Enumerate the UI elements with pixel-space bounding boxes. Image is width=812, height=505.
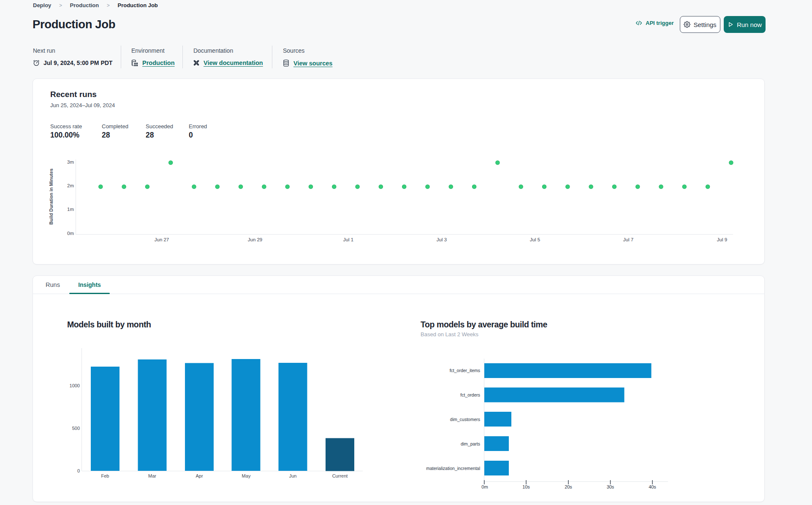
svg-text:materialization_incremental: materialization_incremental	[426, 466, 480, 471]
svg-text:Current: Current	[332, 473, 348, 478]
svg-text:dim_parts: dim_parts	[461, 441, 480, 446]
svg-text:Jul 7: Jul 7	[623, 237, 633, 242]
svg-text:1000: 1000	[70, 383, 80, 388]
svg-text:May: May	[242, 473, 251, 478]
svg-text:10s: 10s	[522, 484, 530, 489]
svg-text:Build Duration in Minutes: Build Duration in Minutes	[49, 168, 54, 224]
svg-text:Mar: Mar	[148, 473, 156, 478]
svg-text:Jul 3: Jul 3	[437, 237, 447, 242]
svg-text:40s: 40s	[649, 484, 656, 489]
svg-text:30s: 30s	[607, 484, 614, 489]
svg-text:fct_orders: fct_orders	[460, 392, 480, 397]
svg-text:Jul 5: Jul 5	[530, 237, 540, 242]
svg-text:fct_order_items: fct_order_items	[450, 368, 480, 373]
svg-text:Apr: Apr	[196, 473, 203, 478]
svg-text:500: 500	[72, 426, 80, 431]
svg-text:20s: 20s	[565, 484, 572, 489]
svg-text:Jun 27: Jun 27	[155, 237, 169, 242]
svg-text:0m: 0m	[67, 231, 74, 236]
svg-text:Feb: Feb	[101, 473, 109, 478]
svg-text:0m: 0m	[481, 484, 488, 489]
svg-text:3m: 3m	[67, 159, 74, 165]
svg-text:Jul 1: Jul 1	[343, 237, 353, 242]
svg-text:Jun: Jun	[289, 473, 297, 478]
svg-text:0: 0	[77, 468, 80, 473]
svg-text:2m: 2m	[67, 183, 74, 188]
svg-text:Jun 29: Jun 29	[248, 237, 263, 242]
svg-text:Jul 9: Jul 9	[717, 237, 727, 242]
svg-text:1m: 1m	[67, 207, 74, 212]
svg-text:dim_customers: dim_customers	[450, 417, 480, 422]
